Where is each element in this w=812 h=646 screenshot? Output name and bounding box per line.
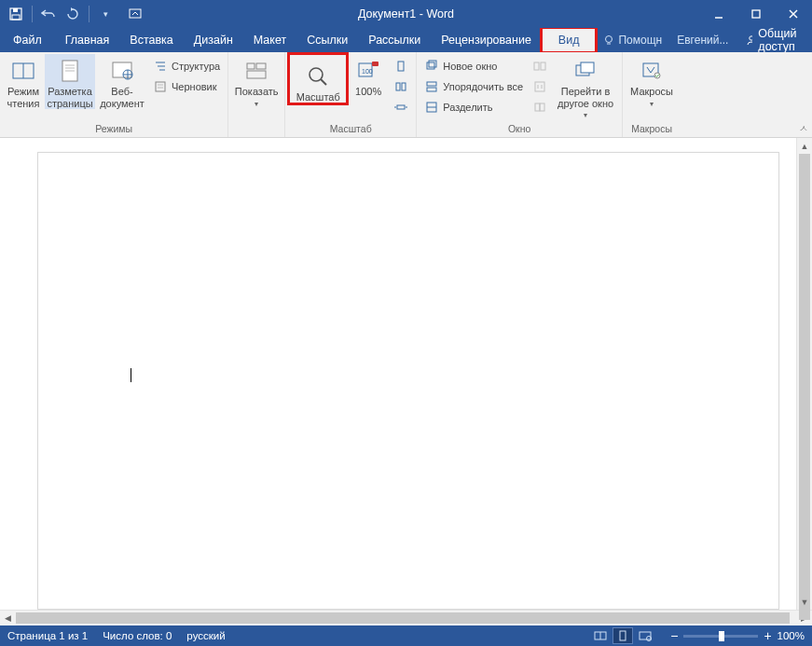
- svg-point-30: [310, 68, 323, 81]
- page-indicator[interactable]: Страница 1 из 1: [7, 630, 88, 641]
- horizontal-scroll-thumb[interactable]: [16, 612, 790, 624]
- tab-insert[interactable]: Вставка: [119, 28, 183, 52]
- tab-view[interactable]: Вид: [542, 28, 597, 52]
- ribbon-display-options-icon[interactable]: [121, 8, 149, 20]
- draft-icon: [153, 79, 168, 94]
- scroll-down-arrow-icon[interactable]: ▼: [797, 594, 812, 610]
- account-name[interactable]: Евгений...: [669, 28, 736, 52]
- svg-rect-48: [535, 103, 540, 111]
- web-layout-shortcut[interactable]: [635, 627, 655, 644]
- vertical-scrollbar[interactable]: ▲ ▼: [796, 138, 812, 610]
- page-width-icon: [393, 100, 408, 115]
- title-bar: ▾ Документ1 - Word: [0, 0, 812, 28]
- svg-text:100: 100: [362, 68, 373, 75]
- read-mode-shortcut[interactable]: [590, 627, 611, 644]
- svg-rect-51: [581, 62, 594, 73]
- svg-rect-56: [620, 631, 626, 640]
- zoom-out-button[interactable]: −: [670, 629, 678, 642]
- scroll-up-arrow-icon[interactable]: ▲: [797, 138, 812, 154]
- collapse-ribbon-icon[interactable]: ㅅ: [799, 122, 808, 135]
- new-window-button[interactable]: Новое окно: [420, 56, 527, 76]
- zoom-percent[interactable]: 100%: [778, 630, 805, 641]
- outline-button[interactable]: Структура: [149, 56, 224, 76]
- document-page[interactable]: [37, 152, 779, 610]
- qat-customize-icon[interactable]: ▾: [95, 4, 116, 24]
- print-layout-icon: [57, 58, 83, 84]
- tab-mailings[interactable]: Рассылки: [358, 28, 431, 52]
- print-layout-button[interactable]: Разметка страницы: [45, 54, 95, 109]
- read-mode-icon: [10, 58, 36, 84]
- zoom-in-button[interactable]: +: [764, 629, 771, 642]
- tab-file[interactable]: Файл: [0, 28, 55, 52]
- multi-page-button[interactable]: [390, 76, 412, 97]
- vertical-scroll-thumb[interactable]: [799, 154, 810, 620]
- macros-button[interactable]: Макросы: [626, 54, 677, 108]
- group-show: Показать: [228, 52, 285, 137]
- switch-windows-icon: [572, 58, 599, 84]
- show-icon: [243, 58, 269, 84]
- zoom-100-button[interactable]: 100 100%: [349, 54, 388, 98]
- svg-rect-49: [540, 103, 544, 111]
- close-button[interactable]: [775, 0, 812, 28]
- minimize-button[interactable]: [700, 0, 737, 28]
- zoom-button[interactable]: Масштаб: [289, 54, 347, 103]
- macros-icon: [639, 58, 665, 84]
- web-layout-icon: [109, 58, 135, 84]
- svg-rect-29: [247, 71, 266, 78]
- show-dropdown[interactable]: Показать: [232, 54, 281, 108]
- lightbulb-icon: [603, 34, 614, 46]
- tab-review[interactable]: Рецензирование: [431, 28, 542, 52]
- svg-rect-37: [402, 83, 406, 90]
- svg-rect-27: [247, 63, 255, 69]
- view-side-by-side-button: [529, 56, 551, 76]
- svg-rect-28: [256, 63, 266, 69]
- svg-rect-38: [397, 105, 405, 109]
- svg-rect-40: [429, 61, 436, 67]
- svg-rect-39: [427, 62, 434, 69]
- one-page-button[interactable]: [390, 56, 412, 76]
- tab-layout[interactable]: Макет: [243, 28, 296, 52]
- read-mode-button[interactable]: Режим чтения: [4, 54, 43, 109]
- split-icon: [424, 100, 439, 115]
- switch-windows-button[interactable]: Перейти в другое окно: [553, 54, 618, 119]
- tab-design[interactable]: Дизайн: [184, 28, 243, 52]
- scroll-left-arrow-icon[interactable]: ◀: [0, 613, 16, 623]
- magnifier-icon: [305, 63, 331, 89]
- print-layout-shortcut[interactable]: [612, 627, 633, 644]
- svg-point-53: [654, 73, 660, 78]
- draft-button[interactable]: Черновик: [149, 76, 224, 97]
- word-count[interactable]: Число слов: 0: [103, 630, 172, 641]
- svg-rect-41: [427, 82, 436, 86]
- svg-rect-2: [12, 15, 20, 20]
- arrange-all-button[interactable]: Упорядочить все: [420, 76, 527, 97]
- save-icon[interactable]: [6, 4, 26, 24]
- language-indicator[interactable]: русский: [186, 630, 225, 641]
- tab-references[interactable]: Ссылки: [296, 28, 358, 52]
- share-button[interactable]: Общий доступ: [736, 28, 812, 52]
- group-view-modes: Режим чтения Разметка страницы Веб-докум…: [0, 52, 228, 137]
- zoom-control: − + 100%: [670, 629, 805, 642]
- tab-home[interactable]: Главная: [55, 28, 120, 52]
- zoom-slider-knob[interactable]: [719, 631, 724, 641]
- outline-icon: [153, 59, 168, 74]
- horizontal-scrollbar[interactable]: ◀ ▶: [0, 610, 812, 625]
- page-viewport[interactable]: [0, 138, 796, 610]
- split-button[interactable]: Разделить: [420, 97, 527, 117]
- svg-point-8: [606, 36, 612, 43]
- svg-rect-46: [541, 62, 545, 70]
- web-layout-button[interactable]: Веб-документ: [97, 54, 147, 109]
- group-window: Новое окно Упорядочить все Разделить Пер…: [417, 52, 623, 137]
- undo-icon[interactable]: [38, 4, 59, 24]
- maximize-button[interactable]: [737, 0, 775, 28]
- share-icon: [745, 34, 752, 47]
- page-width-button[interactable]: [390, 97, 412, 117]
- svg-point-10: [750, 36, 752, 40]
- redo-icon[interactable]: [62, 4, 83, 24]
- svg-rect-35: [398, 62, 404, 71]
- zoom-slider[interactable]: [683, 635, 758, 638]
- group-zoom: Масштаб 100 100% Масштаб: [285, 52, 417, 137]
- svg-rect-24: [156, 82, 165, 91]
- svg-rect-1: [13, 8, 18, 12]
- svg-rect-3: [130, 9, 141, 18]
- tell-me-help[interactable]: Помощн: [596, 28, 669, 52]
